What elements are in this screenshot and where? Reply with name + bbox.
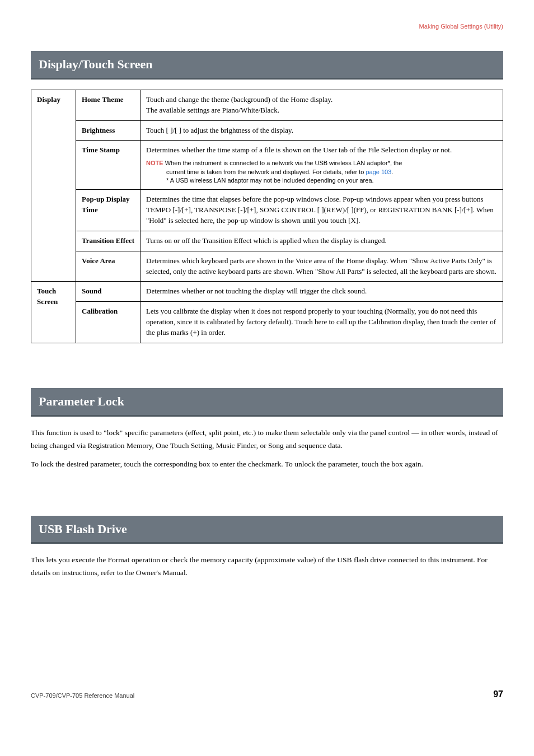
footer-ref: CVP-709/CVP-705 Reference Manual bbox=[31, 692, 134, 699]
param-voice-area: Voice Area bbox=[76, 251, 140, 282]
section-title-display-touch: Display/Touch Screen bbox=[31, 51, 503, 80]
desc-time-stamp: Determines whether the time stamp of a f… bbox=[140, 141, 503, 190]
table-row: Display Home Theme Touch and change the … bbox=[31, 90, 503, 120]
desc-voice-area: Determines which keyboard parts are show… bbox=[140, 251, 503, 282]
desc-popup: Determines the time that elapses before … bbox=[140, 190, 503, 231]
desc-time-stamp-main: Determines whether the time stamp of a f… bbox=[146, 146, 452, 154]
note-label: NOTE bbox=[146, 160, 163, 166]
parameter-lock-p1: This function is used to "lock" specific… bbox=[31, 427, 503, 452]
section-title-parameter-lock: Parameter Lock bbox=[31, 388, 503, 417]
table-row: Calibration Lets you calibrate the displ… bbox=[31, 302, 503, 343]
desc-calibration: Lets you calibrate the display when it d… bbox=[140, 302, 503, 343]
parameter-lock-p2: To lock the desired parameter, touch the… bbox=[31, 458, 503, 471]
note-text: current time is taken from the network a… bbox=[166, 169, 366, 175]
header-category: Making Global Settings (Utility) bbox=[31, 22, 503, 31]
param-transition: Transition Effect bbox=[76, 231, 140, 251]
table-row: Voice Area Determines which keyboard par… bbox=[31, 251, 503, 282]
table-row: Transition Effect Turns on or off the Tr… bbox=[31, 231, 503, 251]
note-indent-line: * A USB wireless LAN adaptor may not be … bbox=[146, 176, 497, 185]
desc-home-theme: Touch and change the theme (background) … bbox=[140, 90, 503, 120]
note-indent-line: current time is taken from the network a… bbox=[146, 168, 497, 176]
note-text: When the instrument is connected to a ne… bbox=[165, 160, 402, 166]
table-row: Brightness Touch [ ]/[ ] to adjust the b… bbox=[31, 120, 503, 141]
param-brightness: Brightness bbox=[76, 120, 140, 141]
settings-table: Display Home Theme Touch and change the … bbox=[31, 90, 503, 343]
group-touch-screen: Touch Screen bbox=[31, 282, 76, 343]
section-title-usb: USB Flash Drive bbox=[31, 516, 503, 544]
page-number: 97 bbox=[493, 688, 503, 701]
note-block: NOTE When the instrument is connected to… bbox=[146, 159, 497, 185]
param-popup: Pop-up Display Time bbox=[76, 190, 140, 231]
table-row: Pop-up Display Time Determines the time … bbox=[31, 190, 503, 231]
page-link[interactable]: page 103 bbox=[366, 169, 391, 175]
param-time-stamp: Time Stamp bbox=[76, 141, 140, 190]
param-sound: Sound bbox=[76, 282, 140, 302]
desc-brightness: Touch [ ]/[ ] to adjust the brightness o… bbox=[140, 120, 503, 141]
param-calibration: Calibration bbox=[76, 302, 140, 343]
group-display: Display bbox=[31, 90, 76, 282]
desc-transition: Turns on or off the Transition Effect wh… bbox=[140, 231, 503, 251]
usb-p1: This lets you execute the Format operati… bbox=[31, 554, 503, 580]
page-footer: CVP-709/CVP-705 Reference Manual 97 bbox=[31, 692, 503, 701]
desc-sound: Determines whether or not touching the d… bbox=[140, 282, 503, 302]
param-home-theme: Home Theme bbox=[76, 90, 140, 120]
table-row: Touch Screen Sound Determines whether or… bbox=[31, 282, 503, 302]
note-text: . bbox=[391, 169, 393, 175]
table-row: Time Stamp Determines whether the time s… bbox=[31, 141, 503, 190]
